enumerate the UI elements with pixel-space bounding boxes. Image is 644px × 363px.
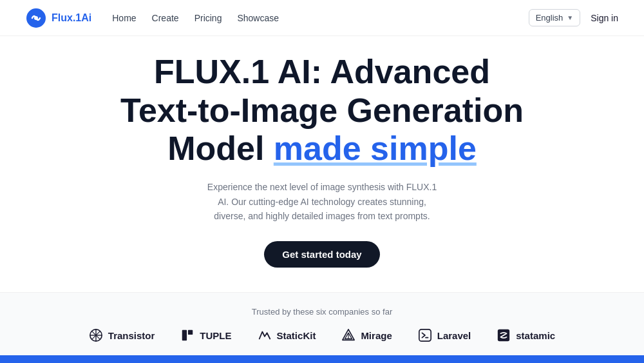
company-logos: Transistor TUPLE StaticKit Mirage: [26, 328, 618, 342]
nav-link-create[interactable]: Create: [152, 13, 179, 23]
navbar-right: English ▼ Sign in: [529, 9, 618, 26]
mirage-icon: [341, 328, 355, 342]
company-laravel: Laravel: [418, 328, 471, 342]
company-transistor: Transistor: [89, 328, 155, 342]
chevron-down-icon: ▼: [567, 14, 573, 21]
language-label: English: [536, 13, 564, 23]
trust-section: Trusted by these six companies so far Tr…: [0, 292, 644, 355]
footer-bar: [0, 355, 644, 363]
statamic-label: statamic: [516, 330, 555, 341]
hero-title-line3-plain: Model: [167, 130, 274, 167]
laravel-label: Laravel: [437, 330, 471, 341]
language-selector[interactable]: English ▼: [529, 9, 581, 26]
company-tuple: TUPLE: [180, 328, 231, 342]
logo-icon: [26, 8, 46, 28]
logo[interactable]: Flux.1Ai: [26, 8, 91, 28]
statickit-label: StaticKit: [277, 330, 316, 341]
tuple-icon: [180, 328, 194, 342]
svg-point-1: [34, 16, 38, 20]
hero-section: FLUX.1 AI: Advanced Text-to-Image Genera…: [0, 36, 644, 292]
nav-link-showcase[interactable]: Showcase: [237, 13, 279, 23]
laravel-icon: [418, 328, 432, 342]
svg-rect-7: [182, 330, 187, 341]
hero-title: FLUX.1 AI: Advanced Text-to-Image Genera…: [120, 53, 524, 168]
nav-links: Home Create Pricing Showcase: [112, 12, 279, 24]
company-mirage: Mirage: [341, 328, 392, 342]
navbar: Flux.1Ai Home Create Pricing Showcase En…: [0, 0, 644, 36]
hero-subtitle: Experience the next level of image synth…: [206, 180, 438, 223]
hero-title-line2: Text-to-Image Generation: [120, 92, 524, 129]
mirage-label: Mirage: [361, 330, 392, 341]
cta-button[interactable]: Get started today: [264, 241, 379, 268]
logo-text: Flux.1Ai: [52, 12, 91, 24]
navbar-left: Flux.1Ai Home Create Pricing Showcase: [26, 8, 279, 28]
statamic-icon: [497, 328, 511, 342]
statickit-icon: [258, 328, 272, 342]
svg-rect-8: [188, 330, 193, 335]
tuple-label: TUPLE: [200, 330, 231, 341]
transistor-icon: [89, 328, 103, 342]
trust-label: Trusted by these six companies so far: [26, 307, 618, 317]
nav-link-pricing[interactable]: Pricing: [194, 13, 222, 23]
hero-title-line1: FLUX.1 AI: Advanced: [154, 53, 490, 90]
transistor-label: Transistor: [108, 330, 155, 341]
signin-button[interactable]: Sign in: [591, 13, 618, 23]
nav-link-home[interactable]: Home: [112, 13, 136, 23]
company-statamic: statamic: [497, 328, 555, 342]
company-statickit: StaticKit: [258, 328, 316, 342]
hero-title-highlight: made simple: [274, 130, 477, 167]
